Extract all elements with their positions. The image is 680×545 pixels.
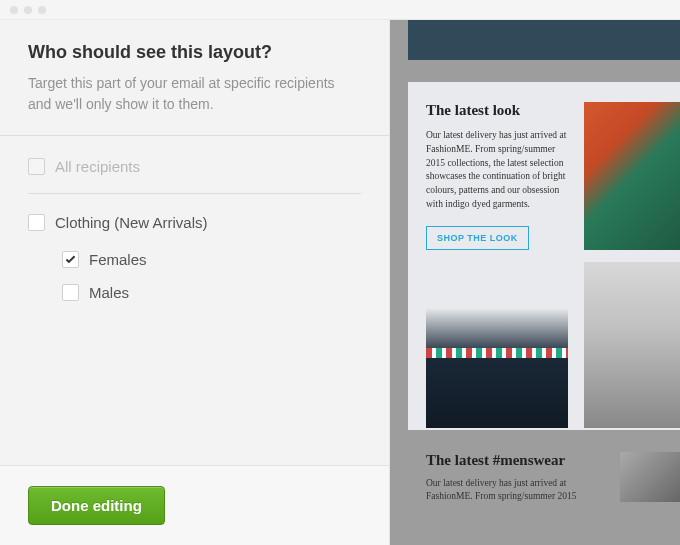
product-image	[620, 452, 680, 502]
panel-description: Target this part of your email at specif…	[28, 73, 361, 115]
segment-option-females[interactable]: Females	[28, 243, 361, 276]
panel-title: Who should see this layout?	[28, 42, 361, 63]
segment-option-label: Males	[89, 284, 129, 301]
targeting-sidebar: Who should see this layout? Target this …	[0, 20, 390, 545]
product-image	[426, 268, 568, 428]
product-image	[584, 262, 680, 428]
preview-card-menswear: The latest #menswear Our latest delivery…	[408, 452, 680, 505]
segment-option-label: Females	[89, 251, 147, 268]
segment-group-label: Clothing (New Arrivals)	[55, 214, 208, 231]
product-image	[584, 102, 680, 250]
card-title: The latest look	[426, 102, 568, 119]
window-dot	[38, 6, 46, 14]
card-body: Our latest delivery has just arrived at …	[426, 477, 602, 505]
checkbox-icon[interactable]	[28, 214, 45, 231]
all-recipients-label: All recipients	[55, 158, 140, 175]
window-dot	[24, 6, 32, 14]
checkbox-icon[interactable]	[62, 251, 79, 268]
done-editing-button[interactable]: Done editing	[28, 486, 165, 525]
card-body: Our latest delivery has just arrived at …	[426, 129, 568, 212]
segment-option-males[interactable]: Males	[28, 276, 361, 309]
decorative-pattern	[426, 348, 568, 358]
checkbox-icon[interactable]	[28, 158, 45, 175]
window-dot	[10, 6, 18, 14]
all-recipients-row[interactable]: All recipients	[28, 158, 361, 194]
shop-the-look-button[interactable]: SHOP THE LOOK	[426, 226, 529, 250]
preview-card-latest-look: The latest look Our latest delivery has …	[408, 82, 680, 430]
card-title: The latest #menswear	[426, 452, 602, 469]
email-preview: The latest look Our latest delivery has …	[390, 20, 680, 545]
browser-chrome	[0, 0, 680, 20]
segment-group-row[interactable]: Clothing (New Arrivals)	[28, 202, 361, 243]
hero-image	[408, 20, 680, 60]
checkbox-icon[interactable]	[62, 284, 79, 301]
